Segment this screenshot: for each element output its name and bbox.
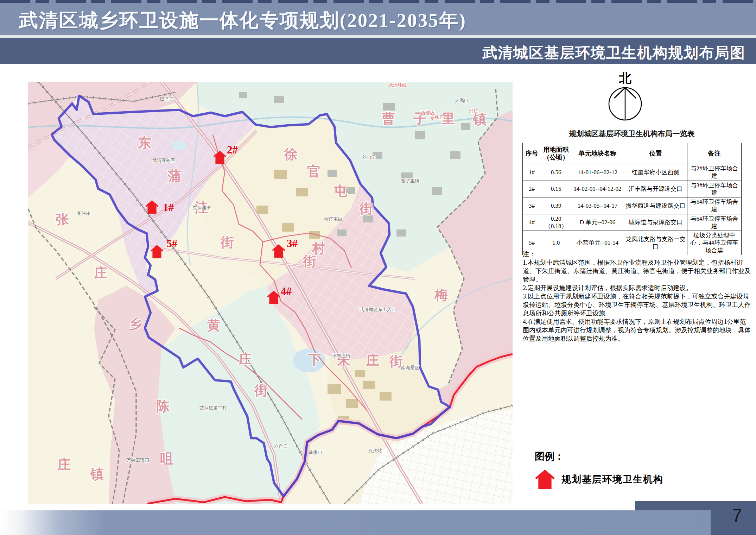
table-cell: 红星华府小区西侧 <box>624 164 687 181</box>
district-label: 咀 <box>160 451 173 466</box>
top-dash-strip <box>0 0 756 3</box>
table-cell: 与5#环卫停车场合建 <box>687 197 742 214</box>
subtitle-bar: 武清城区基层环境卫生机构规划布局图 <box>0 38 756 64</box>
place-label: 下朱庄街 <box>332 353 350 358</box>
map-canvas: 东蒲洼街徐官屯街曹子里镇张庄乡梅黄庄街陈咀镇庄下朱庄街村街田辛庄武清商务区东蒲洼… <box>28 82 513 504</box>
district-label: 黄 <box>207 318 221 333</box>
legend-title: 图例： <box>535 450 663 463</box>
place-label: 汉沟站 <box>368 448 382 453</box>
place-label: 马家口 <box>309 450 322 455</box>
district-label: 镇 <box>90 467 104 482</box>
facility-table: 序号用地面积（公顷）单元地块名称位置备注 1#0.5614-01-06--02-… <box>522 143 742 255</box>
district-label: 屯 <box>334 184 348 199</box>
place-label: 东蒲洼街 <box>192 205 211 210</box>
place-label: 六合庄 <box>274 443 288 449</box>
district-label: 下 <box>307 352 321 367</box>
header-divider <box>0 35 756 38</box>
district-label: 庄 <box>57 457 71 472</box>
facility-marker-label: 2# <box>227 144 238 156</box>
table-cell: 0.56 <box>541 164 571 181</box>
place-label: 刘山庄 <box>362 155 376 160</box>
district-label: 徐 <box>284 147 298 162</box>
red-house-icon <box>535 470 555 489</box>
table-row: 1#0.5614-01-06--02-12红星华府小区西侧与2#环卫停车场合建 <box>523 164 742 181</box>
table-header-cell: 位置 <box>624 143 687 164</box>
village-label: 邱庄 <box>469 108 478 114</box>
table-cell: 与6#环卫停车场合建 <box>687 214 742 231</box>
place-label: 徐官屯街 <box>324 216 342 222</box>
facility-marker-label: 5# <box>166 237 178 250</box>
district-label: 庄 <box>94 265 107 280</box>
district-label: 村 <box>311 241 325 256</box>
table-header-cell: 用地面积（公顷） <box>541 143 571 164</box>
district-label: 张 <box>56 212 69 227</box>
note-line: 1.本规划中武清城区范围，根据环卫作业流程及环卫作业管理划定，包括杨村街道、下朱… <box>523 258 752 284</box>
slide-page: 武清区城乡环卫设施一体化专项规划(2021-2035年) 武清城区基层环境卫生机… <box>0 0 756 535</box>
legend-item-label: 规划基层环境卫生机构 <box>561 473 663 486</box>
table-cell: 14-01-06--02-12 <box>571 164 624 181</box>
facility-table-body: 1#0.5614-01-06--02-12红星华府小区西侧与2#环卫停车场合建2… <box>523 164 742 255</box>
table-header-cell: 单元地块名称 <box>571 143 624 164</box>
table-title: 规划城区基层环境卫生机构布局一览表 <box>522 129 741 139</box>
place-label: 曹子里镇 <box>401 178 419 183</box>
legend: 图例： 规划基层环境卫生机构 <box>535 450 663 489</box>
table-cell: 城际道与泉泽路交口 <box>624 214 687 231</box>
district-label: 街 <box>303 254 316 269</box>
table-cell: 0.20（0.18） <box>541 214 571 231</box>
facility-marker-label: 3# <box>287 237 298 250</box>
table-cell: 汇丰路与开源道交口 <box>624 181 687 197</box>
district-label: 街 <box>359 201 373 216</box>
table-header-cell: 序号 <box>523 143 541 164</box>
village-label: 东柳店 <box>430 115 444 120</box>
place-label: 万兴工贸园 <box>126 458 149 463</box>
table-row: 3#0.3914-03-05--04-17振华西道与建设路交口与5#环卫停车场合… <box>523 197 742 214</box>
district-label: 镇 <box>472 112 487 127</box>
footer-light-bar <box>0 510 711 535</box>
place-label: 艾蒲庄第二村 <box>199 405 227 410</box>
table-cell: 0.39 <box>541 197 571 214</box>
district-label: 庄 <box>366 353 379 368</box>
district-label: 庄 <box>238 352 252 366</box>
district-label: 街 <box>220 235 234 250</box>
facility-marker-label: 1# <box>163 201 174 214</box>
district-label: 陈 <box>156 399 170 414</box>
notes-label: 注： <box>523 250 752 258</box>
north-arrow: 北 <box>606 70 644 123</box>
place-label: 大高口 <box>455 98 469 103</box>
title-bar: 武清区城乡环卫设施一体化专项规划(2021-2035年) <box>0 3 756 35</box>
table-cell: 0.15 <box>541 181 571 197</box>
table-cell: 14-02-01--04-12-02 <box>571 181 624 197</box>
table-cell: 1# <box>523 164 541 181</box>
district-label: 街 <box>254 383 268 398</box>
table-cell: 2# <box>523 181 541 197</box>
page-number: 7 <box>725 505 749 526</box>
notes-block: 注： 1.本规划中武清城区范围，根据环卫作业流程及环卫作业管理划定，包括杨村街道… <box>523 250 752 343</box>
district-label: 蒲 <box>167 169 181 183</box>
village-label: 武清环线 <box>388 82 407 88</box>
place-label: 武清商务区 <box>152 158 175 163</box>
map-subtitle: 武清城区基层环境卫生机构规划布局图 <box>482 43 745 63</box>
note-line: 2.定期开展设施建设计划评估，根据实际需求适时启动建设。 <box>523 284 752 292</box>
place-label: 南湖景区 <box>401 365 419 370</box>
table-row: 4#0.20（0.18）D 单元--02-06城际道与泉泽路交口与6#环卫停车场… <box>523 214 742 231</box>
note-line: 3.以上点位用于规划新建环卫设施，在符合相关规范前提下，可独立或合并建设垃圾转运… <box>523 292 752 317</box>
note-line: 4.在满足使用需求、使用功能等要求情况下，原则上在规划布局点位周边1公里范围内或… <box>523 317 752 343</box>
table-cell: D 单元--02-06 <box>571 214 624 231</box>
facility-table-head: 序号用地面积（公顷）单元地块名称位置备注 <box>523 143 742 164</box>
table-cell: 与2#环卫停车场合建 <box>687 164 742 181</box>
district-label: 乡 <box>129 316 142 331</box>
place-label: 田辛庄 <box>160 96 174 102</box>
facility-marker-label: 4# <box>281 285 292 297</box>
planning-map: 东蒲洼街徐官屯街曹子里镇张庄乡梅黄庄街陈咀镇庄下朱庄街村街田辛庄武清商务区东蒲洼… <box>28 82 513 504</box>
district-label: 东 <box>138 136 151 150</box>
page-title: 武清区城乡环卫设施一体化专项规划(2021-2035年) <box>19 8 466 33</box>
table-cell: 14-03-05--04-17 <box>571 197 624 214</box>
district-label: 曹 <box>382 111 395 126</box>
table-row: 2#0.1514-02-01--04-12-02汇丰路与开源道交口与3#环卫停车… <box>523 181 742 197</box>
district-label: 梅 <box>434 288 448 302</box>
north-label: 北 <box>618 71 632 85</box>
place-label: 豆张庄 <box>77 211 90 216</box>
table-cell: 4# <box>523 214 541 231</box>
district-label: 官 <box>307 164 320 179</box>
table-header-cell: 备注 <box>687 143 742 164</box>
